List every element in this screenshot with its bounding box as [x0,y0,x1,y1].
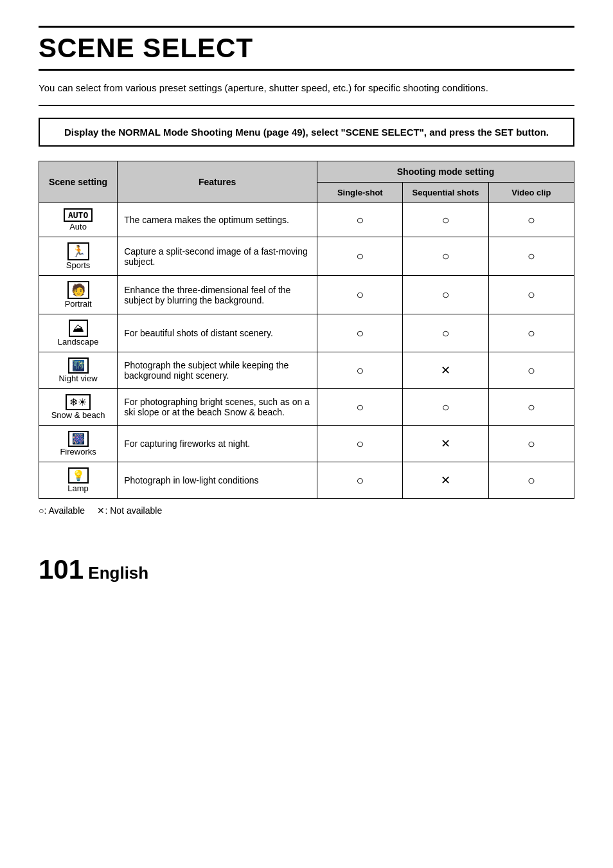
scene-cell-snow-&-beach: ❄☀Snow & beach [39,389,118,426]
scene-label: Night view [46,374,111,383]
subheader-single-shot: Single-shot [317,183,403,203]
table-row: 🏃SportsCapture a split-second image of a… [39,237,574,276]
scene-cell-lamp: 💡Lamp [39,462,118,499]
feature-cell: The camera makes the optimum settings. [118,203,317,237]
video-cell: ○ [488,462,574,499]
feature-cell: For beautiful shots of distant scenery. [118,314,317,352]
instruction-box: Display the NORMAL Mode Shooting Menu (p… [39,118,574,147]
col-features: Features [118,161,317,203]
subheader-video-clip: Video clip [488,183,574,203]
video-cell: ○ [488,237,574,276]
table-row: ❄☀Snow & beachFor photographing bright s… [39,389,574,426]
scene-select-table: Scene setting Features Shooting mode set… [39,161,574,499]
page-number: 101 [39,554,84,584]
sequential-cell: ○ [403,314,488,352]
single-shot-cell: ○ [317,276,403,314]
feature-cell: Photograph in low-light conditions [118,462,317,499]
feature-cell: For capturing fireworks at night. [118,426,317,462]
single-shot-cell: ○ [317,389,403,426]
sequential-cell: ✕ [403,462,488,499]
scene-label: Sports [46,260,111,270]
single-shot-cell: ○ [317,203,403,237]
video-cell: ○ [488,426,574,462]
scene-label: Lamp [46,484,111,493]
language: English [88,563,148,583]
subheader-sequential: Sequential shots [403,183,488,203]
scene-label: Auto [46,222,111,231]
scene-cell-portrait: 🧑Portrait [39,276,118,314]
feature-cell: Enhance the three-dimensional feel of th… [118,276,317,314]
video-cell: ○ [488,203,574,237]
table-row: AUTOAutoThe camera makes the optimum set… [39,203,574,237]
scene-cell-landscape: ⛰Landscape [39,314,118,352]
table-row: 🌃Night viewPhotograph the subject while … [39,352,574,389]
single-shot-cell: ○ [317,314,403,352]
legend: ○: Available ✕: Not available [39,505,574,516]
table-row: 💡LampPhotograph in low-light conditions○… [39,462,574,499]
table-row: 🧑PortraitEnhance the three-dimensional f… [39,276,574,314]
sequential-cell: ○ [403,389,488,426]
page-title: SCENE SELECT [39,26,574,71]
single-shot-cell: ○ [317,426,403,462]
table-row: 🎆FireworksFor capturing fireworks at nig… [39,426,574,462]
sequential-cell: ✕ [403,352,488,389]
feature-cell: Photograph the subject while keeping the… [118,352,317,389]
video-cell: ○ [488,352,574,389]
table-row: ⛰LandscapeFor beautiful shots of distant… [39,314,574,352]
sequential-cell: ✕ [403,426,488,462]
scene-label: Snow & beach [46,410,111,420]
sequential-cell: ○ [403,203,488,237]
col-shooting-mode: Shooting mode setting [317,161,574,183]
video-cell: ○ [488,276,574,314]
scene-cell-fireworks: 🎆Fireworks [39,426,118,462]
video-cell: ○ [488,314,574,352]
scene-label: Landscape [46,337,111,347]
single-shot-cell: ○ [317,462,403,499]
sequential-cell: ○ [403,276,488,314]
feature-cell: Capture a split-second image of a fast-m… [118,237,317,276]
feature-cell: For photographing bright scenes, such as… [118,389,317,426]
single-shot-cell: ○ [317,352,403,389]
description: You can select from various preset setti… [39,82,574,106]
col-scene-setting: Scene setting [39,161,118,203]
legend-cross: ✕: Not available [97,505,162,516]
scene-label: Portrait [46,299,111,309]
scene-cell-night-view: 🌃Night view [39,352,118,389]
footer: 101 English [39,554,574,585]
scene-cell-sports: 🏃Sports [39,237,118,276]
single-shot-cell: ○ [317,237,403,276]
legend-circle: ○: Available [39,505,85,516]
sequential-cell: ○ [403,237,488,276]
scene-label: Fireworks [46,447,111,457]
video-cell: ○ [488,389,574,426]
scene-cell-auto: AUTOAuto [39,203,118,237]
